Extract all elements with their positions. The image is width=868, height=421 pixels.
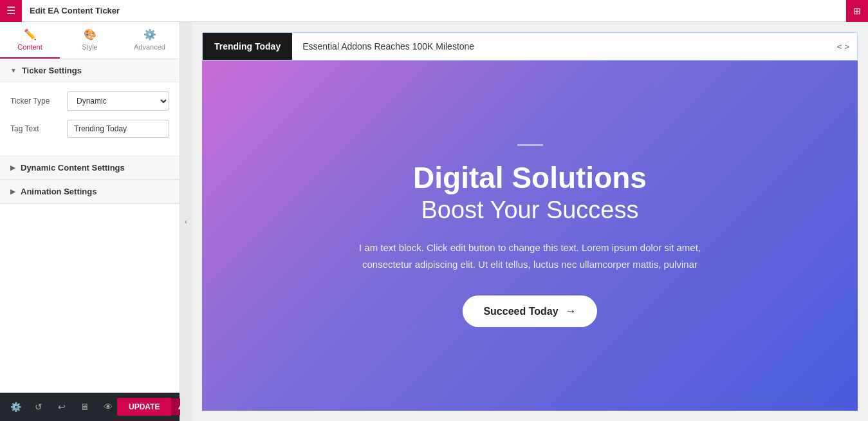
grid-icon: ⊞ (853, 6, 861, 16)
tab-content[interactable]: ✏️ Content (0, 22, 60, 59)
top-bar: ☰ Edit EA Content Ticker ⊞ (0, 0, 868, 22)
collapse-icon: ‹ (185, 218, 187, 225)
tab-style-label: Style (82, 43, 97, 51)
desktop-icon[interactable]: 🖥 (76, 398, 94, 416)
tab-advanced-label: Advanced (134, 43, 165, 51)
ticker-settings-header[interactable]: ▼ Ticker Settings (0, 59, 180, 82)
chevron-right-icon2: ▶ (10, 188, 15, 195)
dynamic-content-label: Dynamic Content Settings (21, 163, 125, 173)
sidebar-content: ▼ Ticker Settings Ticker Type Static Dyn… (0, 59, 180, 393)
menu-icon: ☰ (6, 5, 15, 17)
tag-text-label: Tag Text (10, 124, 62, 133)
hero-title: Digital Solutions (413, 162, 647, 194)
bottom-icons: ⚙️ ↺ ↩ 🖥 👁 (6, 398, 117, 416)
tag-text-control (67, 120, 169, 138)
hero-divider (517, 144, 543, 146)
grid-button[interactable]: ⊞ (846, 0, 868, 22)
responsive-icon[interactable]: ↺ (30, 398, 48, 416)
ticker-bar: Trending Today Essential Addons Reaches … (202, 32, 858, 61)
animation-settings-section: ▶ Animation Settings (0, 180, 180, 204)
preview-icon[interactable]: 👁 (99, 398, 117, 416)
ticker-settings-body: Ticker Type Static Dynamic Tag Text (0, 82, 180, 156)
advanced-icon: ⚙️ (143, 28, 156, 41)
ticker-type-label: Ticker Type (10, 97, 62, 106)
ticker-content: Essential Addons Reaches 100K Milestone (292, 41, 837, 51)
hero-button-arrow-icon: → (565, 304, 577, 318)
hero-button-label: Succeed Today (483, 306, 558, 317)
ticker-prev-icon[interactable]: < (837, 42, 842, 51)
collapse-handle[interactable]: ‹ (180, 22, 192, 421)
page-title: Edit EA Content Ticker (22, 6, 846, 15)
tab-content-label: Content (17, 43, 42, 51)
sidebar-tabs: ✏️ Content 🎨 Style ⚙️ Advanced (0, 22, 180, 59)
dynamic-content-section: ▶ Dynamic Content Settings (0, 156, 180, 180)
ticker-next-icon[interactable]: > (844, 42, 849, 51)
sidebar: ✏️ Content 🎨 Style ⚙️ Advanced ▼ Ticker … (0, 22, 180, 421)
hero-section: Digital Solutions Boost Your Success I a… (202, 61, 858, 411)
chevron-down-icon: ▼ (10, 67, 17, 74)
menu-button[interactable]: ☰ (0, 0, 22, 22)
chevron-right-icon: ▶ (10, 164, 15, 171)
ticker-tag: Trending Today (203, 33, 292, 60)
ticker-type-control: Static Dynamic (67, 91, 169, 111)
animation-settings-header[interactable]: ▶ Animation Settings (0, 180, 180, 203)
animation-settings-label: Animation Settings (21, 187, 97, 196)
tag-text-input[interactable] (67, 120, 169, 138)
ticker-settings-section: ▼ Ticker Settings Ticker Type Static Dyn… (0, 59, 180, 156)
hero-cta-button[interactable]: Succeed Today → (463, 295, 596, 327)
preview-area: Trending Today Essential Addons Reaches … (192, 22, 868, 421)
tab-style[interactable]: 🎨 Style (60, 22, 120, 59)
tag-text-row: Tag Text (10, 120, 169, 138)
hero-subtitle: Boost Your Success (421, 196, 639, 224)
main-layout: ✏️ Content 🎨 Style ⚙️ Advanced ▼ Ticker … (0, 22, 868, 421)
hero-body-text: I am text block. Click edit button to ch… (337, 239, 723, 272)
settings-icon[interactable]: ⚙️ (6, 398, 24, 416)
style-icon: 🎨 (84, 28, 97, 41)
tab-advanced[interactable]: ⚙️ Advanced (120, 22, 180, 59)
ticker-type-row: Ticker Type Static Dynamic (10, 91, 169, 111)
dynamic-content-header[interactable]: ▶ Dynamic Content Settings (0, 156, 180, 180)
sidebar-bottom: ⚙️ ↺ ↩ 🖥 👁 UPDATE ▲ (0, 393, 180, 421)
update-button-wrap: UPDATE ▲ (117, 398, 189, 416)
ticker-settings-label: Ticker Settings (22, 66, 82, 75)
undo-icon[interactable]: ↩ (53, 398, 71, 416)
ticker-nav: < > (837, 42, 857, 51)
update-button[interactable]: UPDATE (117, 398, 171, 416)
content-icon: ✏️ (24, 28, 37, 41)
ticker-type-select[interactable]: Static Dynamic (67, 91, 169, 111)
